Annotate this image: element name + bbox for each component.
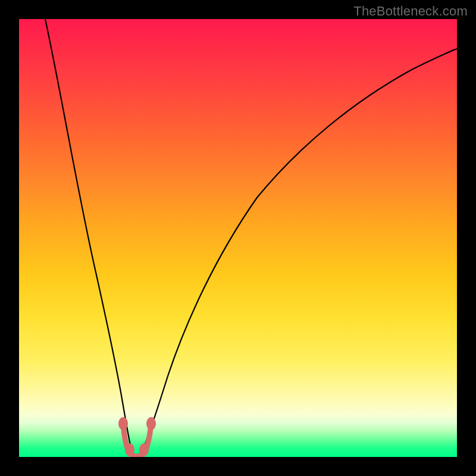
right-lower-bead	[139, 443, 149, 456]
chart-frame: TheBottleneck.com	[0, 0, 476, 476]
left-upper-bead	[118, 417, 128, 430]
watermark-text: TheBottleneck.com	[353, 4, 468, 19]
left-lower-bead	[125, 443, 134, 456]
curve-svg	[19, 19, 457, 457]
bottleneck-curve	[45, 19, 457, 455]
plot-area	[19, 19, 457, 457]
right-upper-bead	[146, 417, 156, 430]
